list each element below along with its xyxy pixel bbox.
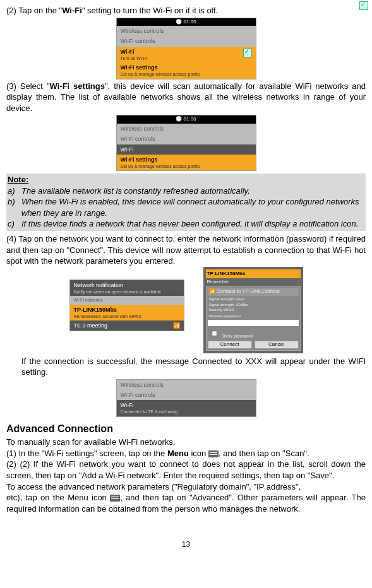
sublabel: Set up & manage wireless access points — [121, 163, 252, 169]
text: , and then tap on "Scan". — [219, 449, 309, 458]
text: Signal strength -50dBm — [208, 302, 299, 307]
wifi-icon: 📶 — [209, 288, 215, 294]
note-a: a)The available network list is constant… — [8, 185, 364, 197]
show-password-checkbox[interactable] — [212, 331, 217, 336]
sublabel: Turn on Wi-Fi — [121, 56, 252, 61]
sublabel: Connected to TE 4 zuzhuang — [121, 409, 252, 415]
row-wifi[interactable]: Wi-Fi — [117, 144, 256, 155]
connect-button[interactable]: Connect — [208, 341, 252, 349]
row-wifi[interactable]: Wi-Fi Turn on Wi-Fi — [117, 47, 256, 63]
label: Wi-Fi — [121, 146, 134, 153]
sublabel: Notify me when an open network is availa… — [74, 289, 180, 295]
screenshot-wifi-toggle: 🕐 01:00 Wireless controls Wi-Fi controls… — [6, 18, 366, 79]
label: Wi-Fi settings — [121, 156, 158, 163]
label: Network notification — [74, 282, 124, 288]
screenshot-connected: Wireless controls Wi-Fi controls Wi-Fi C… — [6, 379, 366, 417]
row-wifi-controls: Wi-Fi controls — [117, 36, 256, 46]
step-4b-text: If the connection is successful, the mes… — [6, 356, 366, 378]
text: etc), tap on the Menu icon — [6, 493, 110, 502]
bold-wifi: Wi-Fi — [62, 6, 82, 15]
check-icon[interactable] — [243, 49, 252, 57]
row-wifi-connected[interactable]: Wi-Fi Connected to TE 4 zuzhuang — [117, 400, 256, 416]
check-icon[interactable] — [359, 1, 368, 10]
note-title: Note: — [8, 174, 364, 185]
text: When the Wi-Fi is enabled, this device w… — [21, 196, 364, 218]
advanced-heading: Advanced Connection — [6, 422, 366, 436]
advanced-step-2: (2) (2) If the Wi-Fi network you want to… — [6, 459, 366, 481]
bold-wifi-settings: Wi-Fi settings — [50, 81, 105, 91]
page-number: 13 — [6, 539, 366, 550]
row: Wi-Fi controls — [117, 390, 256, 400]
row-wifi-settings[interactable]: Wi-Fi settings Set up & manage wireless … — [117, 62, 256, 79]
label: Wi-Fi — [121, 402, 134, 408]
step-4-text: (4) Tap on the network you want to conne… — [6, 233, 366, 267]
label: TP-LINK150Mbs — [74, 307, 117, 313]
step-2-text: (2) Tap on the "Wi-Fi" setting to turn t… — [6, 5, 366, 16]
label: TE 3 meeting — [74, 322, 108, 329]
menu-icon — [208, 450, 219, 457]
network-item-2[interactable]: TE 3 meeting 📶 — [70, 320, 184, 331]
screenshot-connect-dialog: TP-LINK150Mbs Remember 📶 Connect to TP-L… — [203, 267, 303, 353]
row-notification[interactable]: Network notification Notify me when an o… — [70, 280, 184, 297]
menu-icon — [110, 495, 120, 502]
note-c: c)If this device finds a network that ha… — [8, 218, 364, 230]
cancel-button[interactable]: Cancel — [255, 341, 299, 349]
text: icon — [189, 449, 208, 458]
row-wifi-settings[interactable]: Wi-Fi settings Set up & manage wireless … — [117, 155, 256, 171]
row: Wi-Fi controls — [117, 134, 256, 144]
wifi-icon: 📶 — [173, 322, 180, 329]
label: Wi-Fi — [121, 49, 135, 55]
dialog-title: Connect to TP-LINK150Mbs — [217, 288, 280, 294]
note-b: b)When the Wi-Fi is enabled, this device… — [8, 196, 364, 218]
clock-icon: 🕐 — [176, 19, 182, 26]
time: 01:00 — [184, 116, 196, 123]
text: The available network list is constantly… — [21, 185, 250, 197]
text: If this device finds a network that has … — [21, 218, 358, 230]
advanced-intro: To manually scan for available Wi-Fi net… — [6, 437, 366, 448]
step-3-text: (3) Select "Wi-Fi settings", this device… — [6, 81, 366, 114]
password-input[interactable] — [208, 320, 299, 326]
text: (1) In the "Wi-Fi settings" screen, tap … — [6, 449, 167, 458]
screenshot-pair: Network notification Notify me when an o… — [6, 267, 366, 353]
network-item-1[interactable]: TP-LINK150Mbs Remembered, secured with W… — [70, 305, 184, 321]
advanced-step-1: (1) In the "Wi-Fi settings" screen, tap … — [6, 448, 366, 459]
dialog-body: 📶 Connect to TP-LINK150Mbs Signal streng… — [206, 286, 301, 351]
screenshot-wifi-settings: 🕐 01:00 Wireless controls Wi-Fi controls… — [6, 115, 366, 171]
label: Wi-Fi settings — [121, 64, 158, 71]
screenshot-network-list: Network notification Notify me when an o… — [69, 279, 184, 332]
text: (3) Select " — [6, 81, 50, 91]
text: Security WPA2 — [208, 307, 299, 314]
label: Show password — [221, 334, 252, 338]
password-label: Wireless password — [208, 314, 299, 319]
row: Wireless controls — [117, 124, 256, 134]
section-header: Wi-Fi networks — [70, 296, 184, 304]
time: 01:00 — [184, 19, 196, 26]
advanced-para-2: etc), tap on the Menu icon , and then ta… — [6, 492, 366, 514]
sublabel: Remembered, secured with WPA2 — [74, 314, 180, 319]
row-wireless-controls: Wireless controls — [117, 26, 256, 36]
text: " setting to turn the Wi-Fi on if it is … — [82, 6, 218, 15]
advanced-para-1: To access the advanced network parameter… — [6, 481, 366, 493]
dialog-header: TP-LINK150Mbs — [206, 269, 301, 279]
dialog-sub: Remember — [206, 278, 301, 285]
note-box: Note: a)The available network list is co… — [6, 173, 366, 231]
bold-menu: Menu — [167, 449, 189, 458]
text: (2) Tap on the " — [6, 6, 62, 15]
sublabel: Set up & manage wireless access points — [121, 71, 252, 77]
row: Wireless controls — [117, 380, 256, 390]
text: Signal strength Good — [208, 296, 299, 302]
clock-icon: 🕐 — [176, 116, 182, 123]
